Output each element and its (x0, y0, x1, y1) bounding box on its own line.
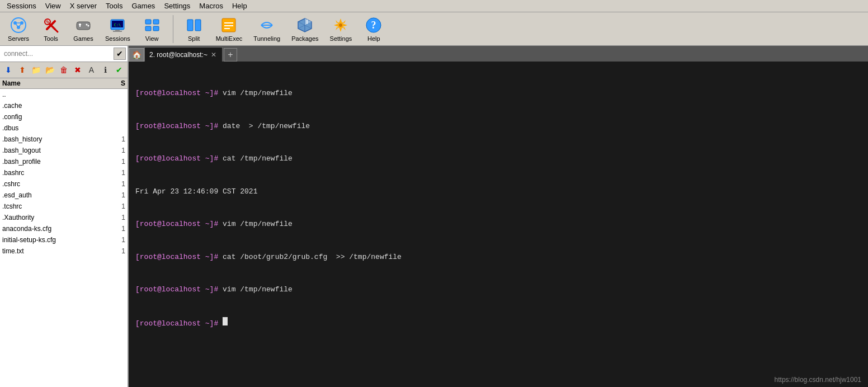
multiexec-icon (220, 16, 238, 34)
list-item[interactable]: .Xauthority 1 (0, 212, 128, 223)
tools-icon (42, 16, 60, 34)
settings-icon (332, 16, 350, 34)
toolbar: Servers Tools Games (0, 12, 868, 46)
check-button[interactable]: ✔ (112, 63, 125, 77)
menu-macros[interactable]: Macros (195, 1, 228, 11)
list-item[interactable]: .bashrc 1 (0, 167, 128, 178)
settings-label: Settings (330, 35, 352, 42)
svg-text:?: ? (371, 20, 376, 31)
list-item[interactable]: .config (0, 111, 128, 122)
home-tab[interactable]: 🏠 (129, 48, 144, 62)
file-name: .bash_history (2, 135, 114, 143)
view-label: View (145, 35, 159, 42)
help-icon: ? (365, 16, 383, 34)
split-icon (185, 16, 203, 34)
toolbar-settings[interactable]: Settings (327, 15, 356, 43)
svg-point-15 (86, 23, 88, 25)
list-item[interactable]: .tcshrc 1 (0, 201, 128, 212)
prompt-user: [root@localhost ~]# (135, 153, 223, 164)
list-item[interactable]: anaconda-ks.cfg 1 (0, 223, 128, 234)
toolbar-view[interactable]: View (138, 15, 166, 43)
packages-label: Packages (291, 35, 318, 42)
toolbar-games[interactable]: Games (69, 15, 97, 43)
delete-button[interactable]: 🗑 (58, 63, 70, 77)
new-folder-button[interactable]: 📁 (30, 63, 43, 77)
file-list: .. .cache .config .dbus .bash_history 1 … (0, 89, 128, 387)
svg-rect-20 (113, 31, 122, 32)
search-bar: ✔ (0, 46, 128, 62)
list-item[interactable]: .esd_auth 1 (0, 190, 128, 201)
file-size: 1 (114, 158, 125, 166)
term-command: cat /tmp/newfile (223, 153, 293, 164)
toolbar-packages[interactable]: Packages (288, 15, 322, 43)
terminal-line: [root@localhost ~]# date > /tmp/newfile (135, 121, 861, 132)
svg-point-16 (88, 25, 89, 26)
list-item[interactable]: .cshrc 1 (0, 178, 128, 190)
list-item[interactable]: .. (0, 89, 128, 100)
split-label: Split (188, 35, 200, 42)
menu-xserver[interactable]: X server (65, 1, 101, 11)
upload-button[interactable]: ⬆ (16, 63, 29, 77)
list-item[interactable]: .cache (0, 100, 128, 111)
tunneling-label: Tunneling (253, 35, 280, 42)
menu-sessions[interactable]: Sessions (2, 1, 41, 11)
file-size: 1 (114, 247, 125, 255)
sessions-icon: C:\ (108, 16, 126, 34)
prompt-user: [root@localhost ~]# (135, 318, 223, 329)
terminal-line: [root@localhost ~]# vim /tmp/newfile (135, 88, 861, 99)
tab-close-button[interactable]: ✕ (210, 51, 218, 59)
terminal-tab[interactable]: 2. root@localhost:~ ✕ (144, 47, 223, 62)
file-name: .tcshrc (2, 202, 114, 210)
svg-line-10 (50, 24, 58, 32)
file-size: 1 (114, 225, 125, 233)
file-name: .config (2, 113, 114, 121)
list-item[interactable]: time.txt 1 (0, 246, 128, 257)
list-item[interactable]: .bash_history 1 (0, 134, 128, 145)
list-item[interactable]: .bash_logout 1 (0, 145, 128, 156)
svg-rect-25 (153, 26, 159, 31)
terminal-content[interactable]: [root@localhost ~]# vim /tmp/newfile [ro… (129, 62, 868, 387)
download-button[interactable]: ⬇ (2, 63, 15, 77)
toolbar-split[interactable]: Split (180, 15, 208, 43)
menu-help[interactable]: Help (228, 1, 252, 11)
text-button[interactable]: A (85, 63, 98, 77)
open-button[interactable]: 📂 (44, 63, 56, 77)
cancel-button[interactable]: ✖ (71, 63, 84, 77)
search-input[interactable] (2, 49, 114, 59)
toolbar-help[interactable]: ? Help (360, 15, 388, 43)
info-button[interactable]: ℹ (99, 63, 112, 77)
menubar: Sessions View X server Tools Games Setti… (0, 0, 868, 12)
svg-rect-27 (195, 20, 201, 31)
svg-rect-22 (145, 20, 151, 24)
menu-view[interactable]: View (41, 1, 65, 11)
games-label: Games (73, 35, 93, 42)
file-size: 1 (114, 147, 125, 154)
file-name: anaconda-ks.cfg (2, 225, 114, 233)
new-tab-button[interactable]: + (224, 48, 237, 62)
terminal-line: Fri Apr 23 12:46:09 CST 2021 (135, 186, 861, 197)
prompt-user: [root@localhost ~]# (135, 121, 223, 132)
menu-settings[interactable]: Settings (159, 1, 195, 11)
term-command: cat /boot/grub2/grub.cfg >> /tmp/newfile (223, 252, 402, 263)
svg-text:C:\: C:\ (114, 23, 121, 27)
file-name: .esd_auth (2, 191, 114, 199)
list-item[interactable]: .bash_profile 1 (0, 156, 128, 167)
left-action-toolbar: ⬇ ⬆ 📁 📂 🗑 ✖ A ℹ ✔ (0, 62, 128, 78)
menu-tools[interactable]: Tools (101, 1, 127, 11)
toolbar-servers[interactable]: Servers (4, 15, 32, 43)
file-name: .Xauthority (2, 214, 114, 221)
search-button[interactable]: ✔ (114, 48, 126, 60)
col-name-header: Name (2, 79, 114, 87)
toolbar-multiexec[interactable]: MultiExec (213, 15, 246, 43)
toolbar-sessions[interactable]: C:\ Sessions (102, 15, 134, 43)
file-name: .bash_profile (2, 158, 114, 166)
toolbar-tunneling[interactable]: Tunneling (250, 15, 284, 43)
list-item[interactable]: initial-setup-ks.cfg 1 (0, 234, 128, 246)
svg-point-0 (11, 18, 26, 32)
svg-point-40 (339, 23, 342, 27)
toolbar-tools[interactable]: Tools (37, 15, 65, 43)
term-output: Fri Apr 23 12:46:09 CST 2021 (135, 186, 257, 197)
list-item[interactable]: .dbus (0, 122, 128, 134)
menu-games[interactable]: Games (127, 1, 159, 11)
file-size: 1 (114, 214, 125, 221)
